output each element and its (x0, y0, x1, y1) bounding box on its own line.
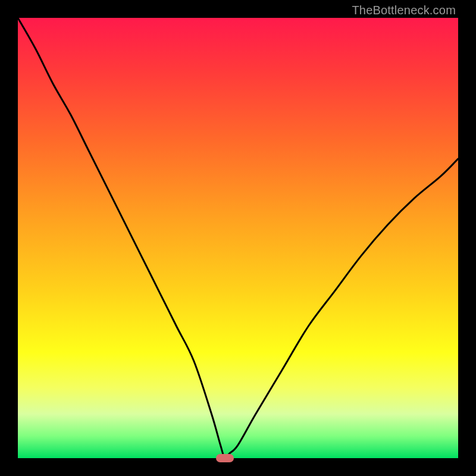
minimum-marker (216, 454, 234, 462)
chart-frame: TheBottleneck.com (0, 0, 476, 476)
watermark-text: TheBottleneck.com (352, 4, 456, 17)
bottleneck-curve (18, 18, 458, 458)
plot-area (18, 18, 458, 458)
